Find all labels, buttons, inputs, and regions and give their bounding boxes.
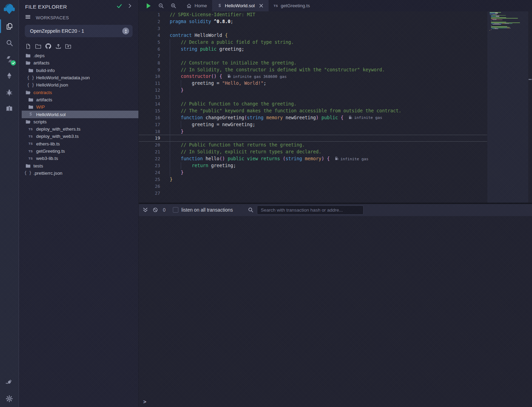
github-icon[interactable] [45, 43, 51, 49]
code-line-26[interactable]: 26 [139, 183, 487, 190]
tree-item-label: WIP [36, 104, 45, 110]
code-editor[interactable]: 1// SPDX-License-Identifier: MIT2pragma … [139, 11, 532, 203]
tree-item-contracts[interactable]: contracts [19, 89, 138, 96]
gas-estimate-lens: infinite gas [349, 115, 382, 120]
plugin-manager-icon[interactable] [0, 374, 19, 390]
clear-console-icon[interactable] [153, 207, 158, 213]
code-line-8[interactable]: 8 // Constructor to initialize the greet… [139, 59, 487, 66]
tree-item-scripts[interactable]: scripts [19, 118, 138, 125]
terminal-output[interactable]: > [139, 216, 532, 407]
code-line-13[interactable]: 13 [139, 94, 487, 101]
run-script-button[interactable] [146, 3, 152, 9]
new-folder-icon[interactable] [35, 43, 41, 49]
code-line-20[interactable]: 20 // Public function that returns the g… [139, 142, 487, 149]
tab-helloworld-sol[interactable]: HelloWorld.sol [212, 0, 269, 11]
code-line-5[interactable]: 5 // Declare a public field of type stri… [139, 39, 487, 46]
code-line-9[interactable]: 9 // In Solidity, the constructor is def… [139, 66, 487, 73]
file-explorer-panel: FILE EXPLORER WORKSPACES OpenZeppelin ER… [19, 0, 139, 407]
tree-item-artifacts[interactable]: artifacts [19, 59, 138, 67]
line-number: 14 [139, 101, 165, 106]
code-line-19[interactable]: 19 [139, 135, 487, 142]
publish-icon[interactable] [55, 43, 61, 49]
tree-item--deps[interactable]: .deps [19, 52, 138, 59]
tree-item-helloworld-sol[interactable]: HelloWorld.sol [22, 111, 138, 118]
code-line-16[interactable]: 16 function changeGreeting(string memory… [139, 114, 487, 121]
terminal-search-input[interactable] [257, 205, 364, 215]
tree-item-artifacts[interactable]: artifacts [19, 96, 138, 103]
editor-scrollbar[interactable] [528, 11, 532, 203]
code-line-4[interactable]: 4contract HelloWorld { [139, 32, 487, 39]
tree-item-web3-lib-ts[interactable]: TSweb3-lib.ts [19, 155, 138, 162]
line-number: 13 [139, 94, 165, 100]
remix-logo[interactable] [0, 0, 19, 18]
terminal-collapse-icon[interactable] [143, 207, 148, 213]
tree-item--prettierrc-json[interactable]: { }.prettierrc.json [19, 170, 138, 177]
code-line-10[interactable]: 10 constructor() {infinite gas 368600 ga… [139, 73, 487, 80]
tab-label: HelloWorld.sol [225, 3, 255, 8]
code-line-23[interactable]: 23 return greeting; [139, 162, 487, 169]
file-explorer-icon[interactable] [0, 18, 19, 34]
code-line-11[interactable]: 11 greeting = "Hello, World!"; [139, 80, 487, 87]
code-line-24[interactable]: 24 } [139, 169, 487, 176]
tree-item-tests[interactable]: tests [19, 162, 138, 169]
code-line-18[interactable]: 18 } [139, 128, 487, 135]
tree-item-deploy-with-web3-ts[interactable]: TSdeploy_with_web3.ts [19, 133, 138, 140]
code-line-27[interactable]: 27 [139, 190, 487, 196]
line-content: pragma solidity ^0.8.0; [165, 19, 233, 24]
line-number: 12 [139, 88, 165, 93]
code-line-15[interactable]: 15 // The "public" keyword makes the fun… [139, 107, 487, 114]
code-line-1[interactable]: 1// SPDX-License-Identifier: MIT [139, 11, 487, 18]
settings-icon[interactable] [0, 390, 19, 407]
tab-getgreeting-ts[interactable]: TSgetGreeting.ts [269, 0, 315, 11]
tree-item-wip[interactable]: WIP [19, 103, 138, 111]
terminal-prompt[interactable]: > [143, 399, 146, 405]
tree-item-label: HelloWorld_metadata.json [36, 75, 90, 80]
code-line-14[interactable]: 14 // Public function to change the gree… [139, 101, 487, 108]
chevron-right-icon[interactable] [127, 3, 132, 10]
line-content: function hello() public view returns (st… [165, 156, 368, 161]
file-tree: .depsartifactsbuild-info{ }HelloWorld_me… [19, 52, 138, 177]
tree-item-ethers-lib-ts[interactable]: TSethers-lib.ts [19, 140, 138, 147]
line-content: greeting = newGreeting; [165, 122, 255, 127]
code-line-7[interactable]: 7 [139, 52, 487, 59]
close-icon[interactable] [259, 3, 263, 8]
code-line-2[interactable]: 2pragma solidity ^0.8.0; [139, 18, 487, 25]
code-line-3[interactable]: 3 [139, 25, 487, 32]
workspace-select[interactable]: OpenZeppelin ERC20 - 1 [25, 25, 133, 37]
tree-item-build-info[interactable]: build-info [19, 67, 138, 74]
code-line-25[interactable]: 25} [139, 176, 487, 183]
tree-item-helloworld-json[interactable]: { }HelloWorld.json [19, 81, 138, 89]
debugger-icon[interactable] [0, 84, 19, 101]
deploy-run-icon[interactable] [0, 68, 19, 84]
tree-item-getgreeting-ts[interactable]: TSgetGreeting.ts [19, 147, 138, 155]
code-line-22[interactable]: 22 function hello() public view returns … [139, 155, 487, 162]
tree-item-helloworld-metadata-json[interactable]: { }HelloWorld_metadata.json [19, 74, 138, 81]
check-icon[interactable] [116, 3, 122, 10]
listen-transactions-checkbox[interactable] [173, 207, 178, 213]
workspaces-row: WORKSPACES [19, 13, 138, 22]
workspaces-menu-icon[interactable] [25, 14, 31, 21]
line-number: 1 [139, 12, 165, 17]
load-folder-icon[interactable] [65, 43, 71, 49]
solidity-compiler-icon[interactable] [0, 51, 19, 68]
tab-home[interactable]: Home [181, 0, 212, 11]
tree-item-label: deploy_with_ethers.ts [36, 126, 81, 132]
select-updown-icon [122, 28, 129, 34]
new-file-icon[interactable] [25, 43, 31, 49]
code-line-6[interactable]: 6 string public greeting; [139, 45, 487, 52]
folder-icon [28, 104, 33, 110]
terminal-search-icon [248, 207, 253, 213]
minimap[interactable] [488, 11, 529, 203]
icon-rail [0, 0, 19, 407]
line-content: // Public function to change the greetin… [165, 101, 296, 106]
line-number: 4 [139, 33, 165, 38]
search-icon[interactable] [0, 34, 19, 51]
zoom-out-icon[interactable] [158, 3, 164, 9]
line-content: } [165, 170, 184, 175]
code-line-21[interactable]: 21 // In Solidity, explicit return types… [139, 149, 487, 155]
code-line-17[interactable]: 17 greeting = newGreeting; [139, 121, 487, 128]
learneth-icon[interactable] [0, 101, 19, 117]
code-line-12[interactable]: 12 } [139, 87, 487, 94]
zoom-in-icon[interactable] [171, 3, 176, 9]
tree-item-deploy-with-ethers-ts[interactable]: TSdeploy_with_ethers.ts [19, 125, 138, 133]
